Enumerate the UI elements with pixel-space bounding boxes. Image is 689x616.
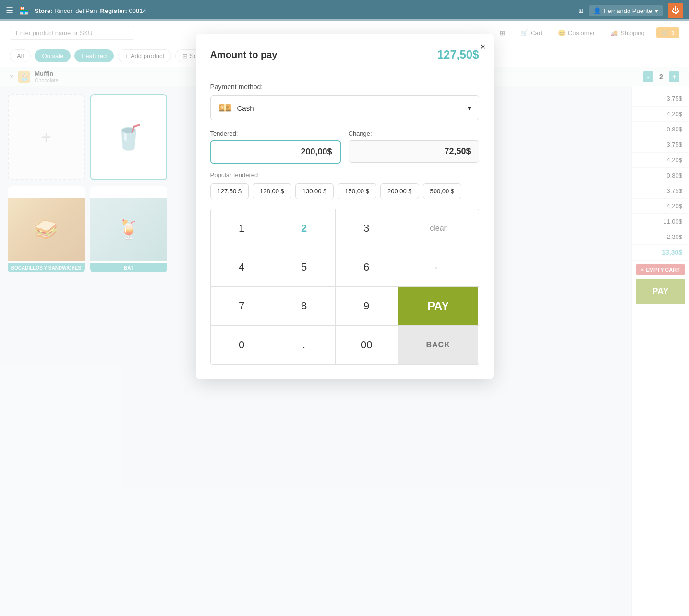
numpad: 1 2 3 clear 4 5 6 ← 7 8 9 PAY [210,209,479,365]
clear-button[interactable]: clear [398,209,479,248]
popular-btn-4[interactable]: 150,00 $ [338,183,376,199]
numpad-row-4: 0 . 00 BACK [211,326,479,364]
main-layout: + 🥤 🥪 BOCADILLOS Y SANDWICHES 🍹 BAT 3,75… [0,86,689,616]
user-name: Fernando Puente [604,7,652,14]
user-info[interactable]: 👤 Fernando Puente ▾ [589,5,663,16]
numpad-key-1[interactable]: 1 [211,209,273,248]
numpad-key-0[interactable]: 0 [211,326,273,364]
chevron-down-icon: ▾ [468,104,471,112]
payment-method-selector[interactable]: 💴 Cash ▾ [210,95,479,120]
numpad-key-3[interactable]: 3 [336,209,398,248]
tendered-label: Tendered: [210,130,341,137]
pay-numpad-button[interactable]: PAY [398,287,479,325]
chevron-down-icon: ▾ [655,7,658,14]
nav-right: ⊞ 👤 Fernando Puente ▾ ⏻ [578,3,683,18]
numpad-row-1: 1 2 3 clear [211,209,479,248]
numpad-key-4[interactable]: 4 [211,248,273,286]
nav-left: ☰ 🏪 Store: Rincon del Pan Register: 0081… [6,5,146,16]
popular-btn-5[interactable]: 200,00 $ [380,183,419,199]
modal-title: Amount to pay [210,49,278,60]
change-column: Change: 72,50$ [349,130,479,164]
numpad-key-00[interactable]: 00 [336,326,398,364]
back-button[interactable]: BACK [398,326,479,364]
modal-amount: 127,50$ [437,48,479,61]
popular-tendered-label: Popular tendered [210,171,479,178]
store-info: Store: Rincon del Pan Register: 00814 [35,7,146,14]
popular-btn-3[interactable]: 130,00 $ [295,183,334,199]
popular-btn-2[interactable]: 128,00 $ [253,183,291,199]
numpad-row-2: 4 5 6 ← [211,248,479,287]
modal-close-button[interactable]: × [480,41,486,52]
tendered-column: Tendered: [210,130,341,164]
change-display: 72,50$ [349,140,479,163]
store-icon: 🏪 [19,6,29,15]
change-label: Change: [349,130,479,137]
tendered-input[interactable] [210,140,341,164]
power-button[interactable]: ⏻ [668,3,683,18]
top-navigation: ☰ 🏪 Store: Rincon del Pan Register: 0081… [0,0,689,21]
modal-divider [210,73,479,73]
tendered-change-row: Tendered: Change: 72,50$ [210,130,479,164]
popular-btn-1[interactable]: 127,50 $ [210,183,249,199]
numpad-key-2[interactable]: 2 [273,209,336,248]
numpad-key-8[interactable]: 8 [273,287,336,325]
hamburger-icon[interactable]: ☰ [6,5,13,16]
numpad-key-9[interactable]: 9 [336,287,398,325]
popular-buttons: 127,50 $ 128,00 $ 130,00 $ 150,00 $ 200,… [210,183,479,199]
numpad-row-3: 7 8 9 PAY [211,287,479,326]
backspace-button[interactable]: ← [398,248,479,286]
expand-icon[interactable]: ⊞ [578,7,584,14]
numpad-key-5[interactable]: 5 [273,248,336,286]
numpad-key-6[interactable]: 6 [336,248,398,286]
cash-label: Cash [237,104,462,112]
power-icon: ⏻ [672,6,679,15]
payment-modal: × Amount to pay 127,50$ Payment method: … [196,34,494,379]
cash-icon: 💴 [218,102,231,114]
popular-btn-6[interactable]: 500,00 $ [423,183,462,199]
numpad-key-7[interactable]: 7 [211,287,273,325]
modal-header: Amount to pay 127,50$ [210,48,479,61]
numpad-key-dot[interactable]: . [273,326,336,364]
user-avatar-icon: 👤 [593,7,601,14]
payment-method-label: Payment method: [210,83,479,91]
modal-overlay: × Amount to pay 127,50$ Payment method: … [0,19,689,616]
